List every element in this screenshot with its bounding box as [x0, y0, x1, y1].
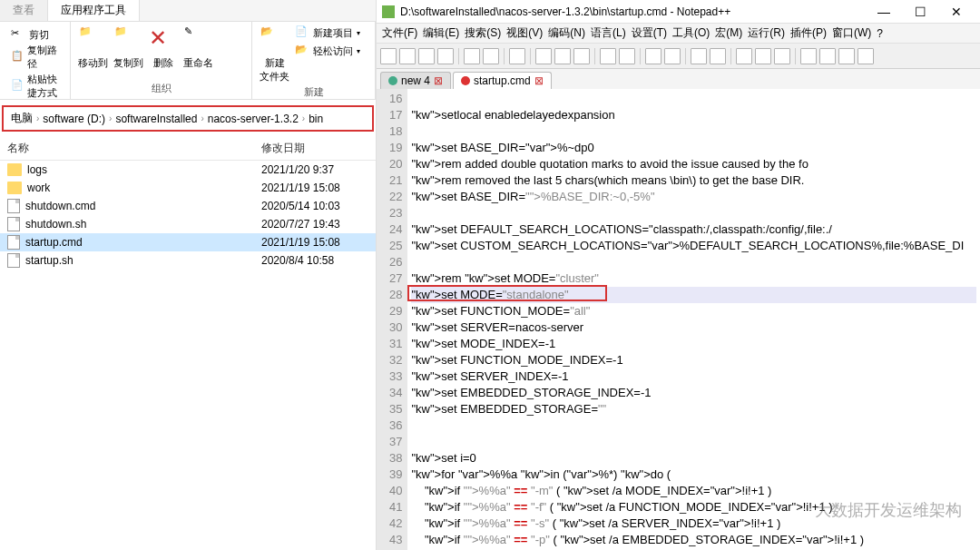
editor-tabs: new 4⊠startup.cmd⊠ [377, 69, 980, 89]
show-all-chars-icon[interactable] [755, 48, 771, 64]
paste-icon[interactable] [573, 48, 590, 64]
toolbar [377, 44, 980, 69]
menu-item[interactable]: ? [877, 27, 883, 40]
file-row[interactable]: shutdown.sh2020/7/27 19:43 [0, 215, 376, 233]
file-name: shutdown.sh [25, 218, 86, 231]
menu-item[interactable]: 搜索(S) [465, 25, 501, 41]
close-button[interactable]: ✕ [938, 1, 975, 23]
copy-path-button[interactable]: 📋复制路径 [11, 44, 59, 71]
col-date[interactable]: 修改日期 [261, 141, 368, 156]
menubar: 文件(F)编辑(E)搜索(S)视图(V)编码(N)语言(L)设置(T)工具(O)… [377, 24, 980, 44]
menu-item[interactable]: 插件(P) [790, 25, 827, 41]
undo-icon[interactable] [600, 48, 616, 64]
explorer-tabs: 查看 应用程序工具 [0, 0, 376, 22]
menu-item[interactable]: 宏(M) [715, 25, 742, 41]
scissors-icon: ✂ [11, 27, 25, 42]
menu-item[interactable]: 编辑(E) [423, 25, 459, 41]
macro-stop-icon[interactable] [838, 48, 855, 64]
col-name[interactable]: 名称 [7, 141, 261, 156]
tab-view[interactable]: 查看 [0, 0, 48, 21]
menu-item[interactable]: 窗口(W) [832, 25, 871, 41]
file-icon [7, 217, 20, 231]
editor-tab[interactable]: startup.cmd⊠ [453, 72, 552, 89]
breadcrumb-seg[interactable]: bin [309, 113, 323, 125]
breadcrumb-seg[interactable]: softwareInstalled [115, 113, 197, 125]
zoom-out-icon[interactable] [710, 48, 726, 64]
tab-status-icon [461, 76, 470, 85]
indent-guide-icon[interactable] [774, 48, 790, 64]
breadcrumb[interactable]: 电脑› software (D:)› softwareInstalled› na… [2, 105, 374, 132]
editor[interactable]: 1617181920212223242526272829303132333435… [377, 89, 980, 550]
move-to-button[interactable]: 📁移动到 [78, 25, 108, 80]
file-list: logs2021/1/20 9:37work2021/1/19 15:08shu… [0, 161, 376, 550]
file-icon [7, 199, 20, 213]
tab-close-icon[interactable]: ⊠ [534, 74, 544, 87]
file-row[interactable]: logs2021/1/20 9:37 [0, 161, 376, 179]
zoom-in-icon[interactable] [691, 48, 707, 64]
tab-app-tools[interactable]: 应用程序工具 [48, 0, 140, 21]
tab-label: new 4 [401, 74, 430, 87]
breadcrumb-seg[interactable]: 电脑 [11, 111, 33, 126]
new-folder-icon: 📂 [260, 25, 289, 54]
rename-button[interactable]: ✎重命名 [183, 25, 213, 80]
redo-icon[interactable] [619, 48, 635, 64]
copy-path-icon: 📋 [11, 50, 24, 64]
file-icon [7, 235, 20, 250]
open-file-icon[interactable] [399, 48, 416, 64]
editor-tab[interactable]: new 4⊠ [380, 72, 451, 89]
new-item-button[interactable]: 📄新建项目▾ [295, 25, 360, 40]
delete-button[interactable]: ✕删除 [149, 25, 178, 80]
macro-record-icon[interactable] [800, 48, 817, 64]
new-file-icon[interactable] [380, 48, 397, 64]
file-date: 2021/1/19 15:08 [261, 182, 368, 194]
group-organize-label: 组织 [78, 82, 244, 95]
file-row[interactable]: work2021/1/19 15:08 [0, 179, 376, 197]
close-file-icon[interactable] [464, 48, 480, 64]
code-area[interactable]: "kw">setlocal enabledelayedexpansion "kw… [407, 89, 980, 550]
easy-access-button[interactable]: 📂轻松访问▾ [295, 44, 360, 58]
maximize-button[interactable]: ☐ [902, 1, 938, 23]
copy-to-button[interactable]: 📁复制到 [113, 25, 143, 80]
group-new-label: 新建 [260, 85, 368, 99]
minimize-button[interactable]: — [866, 1, 902, 23]
copy-icon[interactable] [554, 48, 571, 64]
wordwrap-icon[interactable] [736, 48, 752, 64]
breadcrumb-seg[interactable]: nacos-server-1.3.2 [208, 113, 299, 125]
menu-item[interactable]: 设置(T) [632, 25, 667, 41]
file-row[interactable]: shutdown.cmd2020/5/14 10:03 [0, 197, 376, 215]
file-row[interactable]: startup.sh2020/8/4 10:58 [0, 251, 376, 270]
new-folder-button[interactable]: 📂新建 文件夹 [260, 25, 289, 83]
copy-icon: 📁 [114, 25, 143, 54]
file-row[interactable]: startup.cmd2021/1/19 15:08 [0, 233, 376, 251]
menu-item[interactable]: 编码(N) [548, 25, 585, 41]
paste-shortcut-button[interactable]: 📄粘贴快捷方式 [11, 73, 59, 100]
print-icon[interactable] [509, 48, 525, 64]
replace-icon[interactable] [664, 48, 681, 64]
tab-close-icon[interactable]: ⊠ [434, 74, 443, 87]
save-all-icon[interactable] [437, 48, 454, 64]
file-date: 2021/1/20 9:37 [261, 163, 368, 176]
close-all-icon[interactable] [483, 48, 499, 64]
notepadpp: D:\softwareInstalled\nacos-server-1.3.2\… [377, 0, 980, 550]
menu-item[interactable]: 语言(L) [591, 25, 626, 41]
breadcrumb-seg[interactable]: software (D:) [43, 113, 105, 125]
window-titlebar: D:\softwareInstalled\nacos-server-1.3.2\… [377, 0, 980, 24]
macro-play-icon[interactable] [819, 48, 836, 64]
folder-icon [7, 163, 22, 176]
cut-button[interactable]: ✂剪切 [11, 27, 59, 42]
menu-item[interactable]: 工具(O) [672, 25, 710, 41]
delete-icon: ✕ [149, 25, 178, 54]
cut-icon[interactable] [535, 48, 552, 64]
move-icon: 📁 [79, 25, 108, 54]
line-gutter: 1617181920212223242526272829303132333435… [377, 89, 407, 550]
file-name: shutdown.cmd [25, 200, 95, 212]
find-icon[interactable] [645, 48, 662, 64]
menu-item[interactable]: 文件(F) [382, 25, 417, 41]
new-item-icon: 📄 [295, 25, 309, 40]
menu-item[interactable]: 视图(V) [506, 25, 543, 41]
app-icon [382, 5, 395, 18]
macro-multi-icon[interactable] [858, 48, 874, 64]
menu-item[interactable]: 运行(R) [748, 25, 785, 41]
save-icon[interactable] [418, 48, 435, 64]
rename-icon: ✎ [184, 25, 213, 54]
